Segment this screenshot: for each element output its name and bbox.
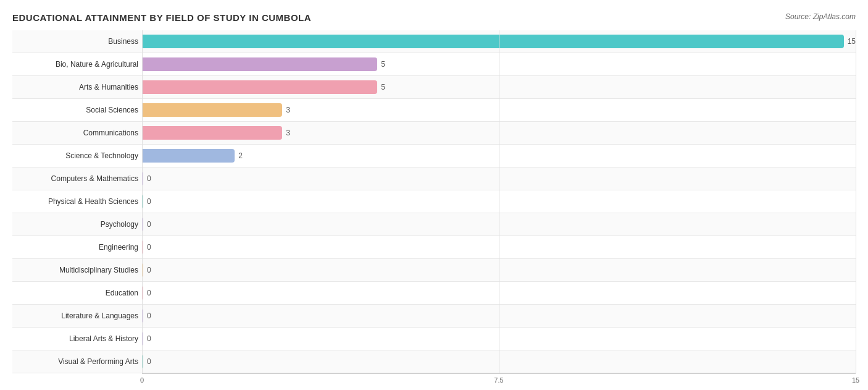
bar-row: Physical & Health Sciences0 (12, 190, 856, 213)
bar-value: 0 (147, 357, 151, 366)
bar-row: Psychology0 (12, 213, 856, 236)
bar-area: 0 (142, 309, 856, 323)
bar-value: 15 (848, 37, 856, 46)
bar-row: Visual & Performing Arts0 (12, 350, 856, 373)
bar-area: 0 (142, 355, 856, 368)
bar-value: 0 (147, 289, 151, 297)
bar-label: Visual & Performing Arts (12, 357, 142, 366)
bar-label: Psychology (12, 220, 142, 229)
axis-tick: 7.5 (494, 376, 503, 384)
bar (142, 309, 143, 323)
bar-label: Communications (12, 129, 142, 137)
bar-label: Literature & Languages (12, 312, 142, 320)
bar-label: Arts & Humanities (12, 83, 142, 91)
bar-row: Social Sciences3 (12, 99, 856, 122)
bar-value: 0 (147, 334, 151, 343)
bar-label: Liberal Arts & History (12, 334, 142, 343)
bar-value: 0 (147, 220, 151, 229)
chart-container: EDUCATIONAL ATTAINMENT BY FIELD OF STUDY… (12, 12, 856, 386)
bar-value: 3 (286, 106, 290, 114)
bar (142, 355, 143, 368)
bar-label: Bio, Nature & Agricultural (12, 60, 142, 69)
bar (142, 195, 143, 208)
bar-label: Multidisciplinary Studies (12, 266, 142, 274)
bar-label: Physical & Health Sciences (12, 197, 142, 206)
bar (142, 80, 377, 94)
bar-label: Engineering (12, 243, 142, 252)
bar-value: 5 (381, 83, 385, 91)
axis-area: 07.515 (142, 373, 856, 386)
bar-row: Business15 (12, 30, 856, 53)
bar-row: Bio, Nature & Agricultural5 (12, 53, 856, 76)
bar-value: 0 (147, 197, 151, 206)
bar-row: Education0 (12, 282, 856, 305)
bar-row: Science & Technology2 (12, 145, 856, 167)
bar (142, 263, 143, 277)
bar-label: Science & Technology (12, 151, 142, 160)
bar-area: 0 (142, 172, 856, 185)
bar-value: 0 (147, 243, 151, 252)
bar-area: 0 (142, 286, 856, 300)
bar (142, 103, 282, 117)
bar-area: 5 (142, 57, 856, 71)
bar-label: Computers & Mathematics (12, 174, 142, 183)
bar-value: 3 (286, 129, 290, 137)
bar (142, 172, 143, 185)
bar-row: Engineering0 (12, 236, 856, 259)
bar-area: 2 (142, 149, 856, 163)
bar (142, 332, 143, 345)
bar (142, 57, 377, 71)
bar-area: 3 (142, 126, 856, 140)
bar-row: Liberal Arts & History0 (12, 328, 856, 350)
bar (142, 240, 143, 254)
bar-value: 2 (238, 151, 243, 160)
bar (142, 149, 235, 163)
bar (142, 218, 143, 231)
bar-area: 0 (142, 263, 856, 277)
bar-row: Arts & Humanities5 (12, 76, 856, 99)
bar-area: 3 (142, 103, 856, 117)
bar-area: 15 (142, 35, 856, 48)
bar-row: Literature & Languages0 (12, 305, 856, 328)
chart-header: EDUCATIONAL ATTAINMENT BY FIELD OF STUDY… (12, 12, 856, 23)
chart-body: Business15Bio, Nature & Agricultural5Art… (12, 30, 856, 373)
bar-area: 0 (142, 240, 856, 254)
bar-area: 0 (142, 332, 856, 345)
bar-value: 0 (147, 266, 151, 274)
bar (142, 35, 844, 48)
bar (142, 126, 282, 140)
bar-area: 5 (142, 80, 856, 94)
bar-label: Education (12, 289, 142, 297)
bar-label: Business (12, 37, 142, 46)
bar-value: 0 (147, 174, 151, 183)
bar-label: Social Sciences (12, 106, 142, 114)
bar-area: 0 (142, 195, 856, 208)
bar (142, 286, 143, 300)
chart-title: EDUCATIONAL ATTAINMENT BY FIELD OF STUDY… (12, 12, 311, 23)
bar-value: 0 (147, 312, 151, 320)
bar-row: Communications3 (12, 122, 856, 145)
axis-tick: 0 (140, 376, 144, 384)
bar-value: 5 (381, 60, 385, 69)
axis-tick: 15 (852, 376, 859, 384)
bar-area: 0 (142, 218, 856, 231)
grid-line (856, 30, 856, 373)
bar-row: Computers & Mathematics0 (12, 167, 856, 190)
chart-source: Source: ZipAtlas.com (785, 12, 856, 21)
bar-row: Multidisciplinary Studies0 (12, 259, 856, 282)
